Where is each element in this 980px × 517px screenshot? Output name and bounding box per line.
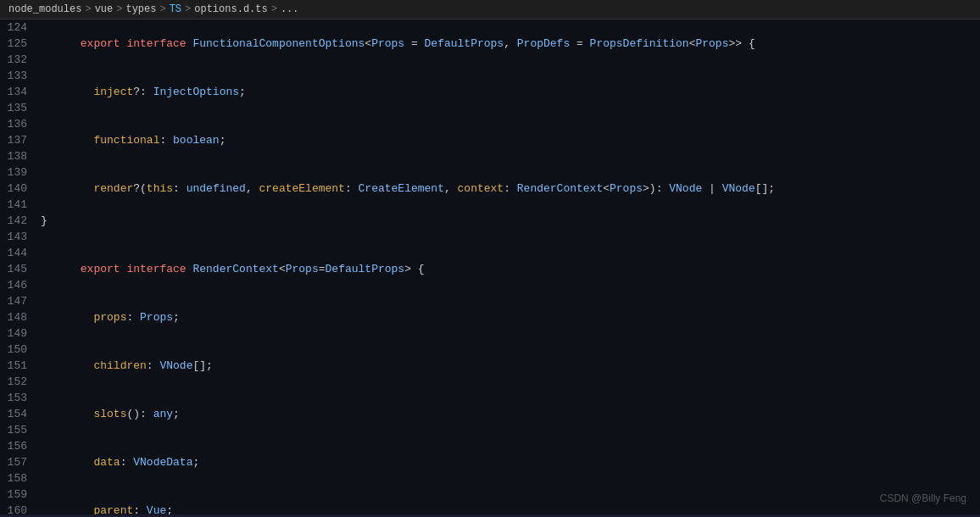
code-line-138: children: VNode[]; xyxy=(41,342,980,390)
line-numbers: 124 125 132 133 134 135 136 137 138 139 … xyxy=(0,19,37,514)
code-line-124: export interface FunctionalComponentOpti… xyxy=(41,19,980,68)
breadcrumb-ts: TS xyxy=(170,3,181,15)
code-line-137: props: Props; xyxy=(41,293,980,342)
breadcrumb-sep1: > xyxy=(85,3,91,15)
breadcrumb-ellipsis: ... xyxy=(281,3,299,15)
code-line-135 xyxy=(41,229,980,245)
code-line-125: inject?: InjectOptions; xyxy=(41,68,980,116)
breadcrumb-sep2: > xyxy=(116,3,122,15)
csdn-watermark: CSDN @Billy Feng xyxy=(880,492,966,504)
breadcrumb-sep5: > xyxy=(271,3,277,15)
code-content[interactable]: export interface FunctionalComponentOpti… xyxy=(37,19,980,514)
breadcrumb-bar: node_modules > vue > types > TS > option… xyxy=(0,0,980,19)
code-line-136: export interface RenderContext<Props=Def… xyxy=(41,245,980,293)
breadcrumb-vue[interactable]: vue xyxy=(95,3,114,15)
breadcrumb-sep3: > xyxy=(159,3,165,15)
breadcrumb-types[interactable]: types xyxy=(125,3,156,15)
code-line-139: slots(): any; xyxy=(41,390,980,438)
code-line-133: render?(this: undefined, createElement: … xyxy=(41,164,980,213)
breadcrumb-sep4: > xyxy=(185,3,191,15)
code-line-132: functional: boolean; xyxy=(41,116,980,164)
code-line-140: data: VNodeData; xyxy=(41,438,980,486)
code-line-134: } xyxy=(41,213,980,229)
code-editor: 124 125 132 133 134 135 136 137 138 139 … xyxy=(0,19,980,514)
breadcrumb-node-modules[interactable]: node_modules xyxy=(8,3,81,15)
code-line-141: parent: Vue; xyxy=(41,486,980,514)
breadcrumb-file[interactable]: options.d.ts xyxy=(194,3,267,15)
